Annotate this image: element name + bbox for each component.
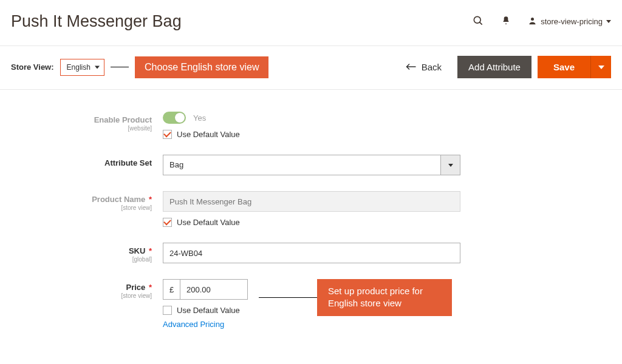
attribute-set-select[interactable]: Bag: [163, 155, 460, 175]
user-name: store-view-pricing: [541, 17, 603, 26]
back-button[interactable]: Back: [396, 62, 451, 72]
back-label: Back: [422, 62, 442, 72]
attribute-set-dropdown-button[interactable]: [440, 155, 460, 175]
callout-connector: [111, 67, 129, 67]
arrow-left-icon: [406, 62, 417, 72]
header-actions: store-view-pricing: [472, 15, 611, 29]
add-attribute-button[interactable]: Add Attribute: [457, 56, 531, 78]
product-name-use-default-label: Use Default Value: [177, 218, 240, 227]
price-input[interactable]: [180, 279, 248, 300]
price-currency: £: [163, 279, 180, 300]
callout-store-view: Choose English store view: [135, 56, 269, 78]
enable-product-toggle[interactable]: [163, 112, 186, 124]
sku-label: SKU * [global]: [12, 243, 163, 263]
page-title: Push It Messenger Bag: [11, 12, 182, 31]
enable-product-value: Yes: [193, 113, 206, 123]
price-use-default-label: Use Default Value: [177, 306, 240, 315]
search-icon[interactable]: [472, 15, 484, 29]
chevron-down-icon: [598, 66, 604, 69]
product-name-label: Product Name * [store view]: [12, 191, 163, 212]
attribute-set-value: Bag: [163, 155, 440, 175]
callout-price: Set up product price for English store v…: [317, 279, 452, 316]
save-dropdown-button[interactable]: [590, 56, 611, 78]
product-name-use-default-checkbox[interactable]: [163, 218, 172, 227]
save-button-group: Save: [538, 56, 611, 78]
store-view-value: English: [67, 63, 91, 72]
enable-product-label: Enable Product [website]: [12, 112, 163, 132]
user-menu[interactable]: store-view-pricing: [528, 16, 611, 27]
advanced-pricing-link[interactable]: Advanced Pricing: [163, 320, 224, 329]
enable-use-default-label: Use Default Value: [177, 130, 240, 139]
callout-connector: [259, 297, 317, 298]
attribute-set-label: Attribute Set: [12, 155, 163, 167]
chevron-down-icon: [606, 20, 611, 23]
store-view-select[interactable]: English: [60, 59, 104, 76]
enable-use-default-checkbox[interactable]: [163, 130, 172, 139]
svg-point-2: [531, 17, 534, 20]
chevron-down-icon: [448, 164, 453, 167]
product-name-input: [163, 191, 460, 212]
chevron-down-icon: [95, 66, 100, 69]
sku-input[interactable]: [163, 243, 460, 263]
bell-icon[interactable]: [501, 15, 511, 28]
user-icon: [528, 16, 537, 27]
save-button[interactable]: Save: [538, 56, 590, 78]
store-view-label: Store View:: [11, 62, 54, 72]
price-label: Price * [store view]: [12, 279, 163, 300]
svg-point-0: [474, 16, 480, 23]
svg-line-1: [480, 22, 482, 25]
price-use-default-checkbox[interactable]: [163, 306, 172, 315]
